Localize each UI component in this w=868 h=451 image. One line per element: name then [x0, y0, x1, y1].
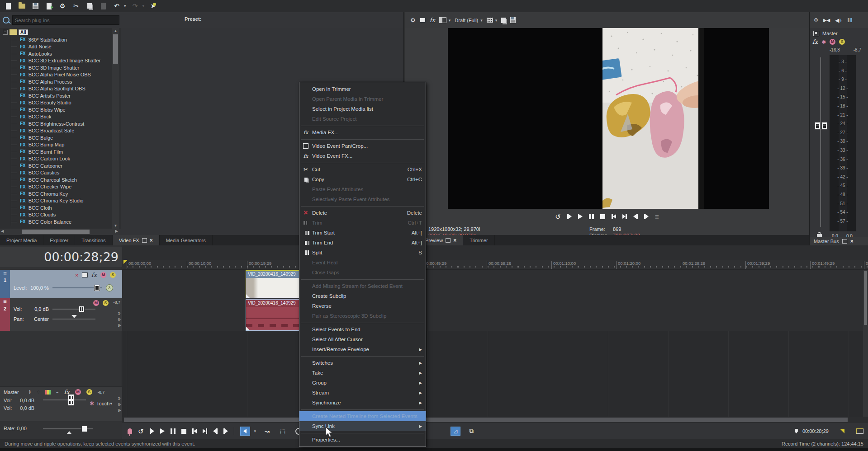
dock-tab[interactable]: Media Generators ×: [160, 235, 213, 245]
plugin-vertical-scrollbar[interactable]: ▲ ▼: [112, 28, 119, 229]
preview-menu-icon[interactable]: ≡: [655, 213, 659, 220]
next-frame-icon[interactable]: [223, 428, 228, 435]
new-document-icon[interactable]: [4, 2, 13, 10]
bus-settings-gear-icon[interactable]: ⚙: [814, 17, 818, 23]
cursor-position-time[interactable]: 00:00:28;29: [802, 428, 829, 434]
context-menu-item[interactable]: Video Event Pan/Crop... ▶: [299, 141, 426, 151]
dock-tab[interactable]: Project Media ×: [0, 235, 43, 245]
context-menu-item[interactable]: [299, 431, 426, 435]
play-from-start-icon[interactable]: [150, 428, 154, 435]
context-menu-item[interactable]: Open in Trimmer ▶: [299, 84, 426, 94]
context-menu-item[interactable]: Take ▶: [299, 368, 426, 378]
video-output-fx-icon[interactable]: fx: [430, 17, 435, 23]
preview-quality-caret[interactable]: ▾: [480, 18, 483, 23]
search-input[interactable]: [12, 15, 119, 25]
context-menu-item[interactable]: [299, 354, 426, 358]
plugin-tree-root[interactable]: − All: [0, 28, 121, 36]
context-menu-item[interactable]: Reverse ▶: [299, 301, 426, 311]
context-menu-item[interactable]: Stream ▶: [299, 388, 426, 398]
context-menu-item[interactable]: Event Heal ▶: [299, 258, 426, 268]
context-menu-item[interactable]: Insert/Remove Envelope ▶: [299, 344, 426, 354]
close-icon[interactable]: ×: [453, 237, 456, 244]
context-menu-item[interactable]: Trim End Alt+] ▶: [299, 238, 426, 248]
context-menu-item[interactable]: Copy Ctrl+C ▶: [299, 174, 426, 184]
track-header-audio-2[interactable]: ≡ 2 M S -8,7 Vol: 0,0 dB Pan: Cen: [0, 298, 122, 331]
save-icon[interactable]: [31, 2, 40, 10]
level-value[interactable]: 100,0 %: [30, 285, 48, 291]
copy-snapshot-icon[interactable]: [501, 18, 506, 23]
automation-caret[interactable]: ▾: [110, 401, 112, 406]
pan-value[interactable]: Center: [29, 316, 49, 322]
master-volume-fader[interactable]: [43, 399, 86, 400]
fade-handle[interactable]: [246, 327, 250, 330]
context-menu-item[interactable]: Selectively Paste Event Attributes ▶: [299, 194, 426, 204]
context-menu-item[interactable]: Open Parent Media in Trimmer ▶: [299, 94, 426, 104]
envelope-edit-tool-button[interactable]: ↝: [262, 427, 272, 436]
track-mute-icon[interactable]: M: [100, 272, 106, 278]
context-menu-item[interactable]: Sync Link ▶: [299, 421, 426, 431]
bus-automation-icon[interactable]: ✱: [821, 39, 826, 45]
master-bus-tab[interactable]: Master Bus ×: [810, 237, 868, 245]
level-slider[interactable]: [52, 287, 102, 288]
plugin-list-item[interactable]: FX BCC Chroma Key Studio: [0, 197, 121, 205]
play-from-start-icon[interactable]: [567, 213, 572, 220]
plugin-root-label[interactable]: All: [19, 29, 28, 35]
plugin-list-item[interactable]: FX BCC Cartooner: [0, 162, 121, 169]
go-to-start-icon[interactable]: [192, 428, 197, 435]
plugin-list-item[interactable]: FX BCC Bump Map: [0, 141, 121, 149]
split-screen-icon[interactable]: [439, 17, 446, 23]
float-window-icon[interactable]: [142, 238, 147, 243]
next-frame-icon[interactable]: [644, 213, 649, 220]
bypass-motion-blur-icon[interactable]: ×: [75, 272, 78, 278]
split-screen-caret[interactable]: ▾: [449, 18, 451, 23]
plugin-horizontal-scrollbar[interactable]: ◀ ▶: [0, 229, 119, 235]
speaker-icon[interactable]: ◀+: [835, 17, 842, 23]
context-menu-item[interactable]: Select All After Cursor ▶: [299, 334, 426, 344]
context-menu-item[interactable]: Select Events to End ▶: [299, 324, 426, 334]
master-track-header[interactable]: Master ⇕ ÷ ⌁ fx M S -8,7 Vol:0,0 dB Vol:…: [0, 386, 122, 421]
stop-icon[interactable]: [600, 213, 605, 220]
context-menu-item[interactable]: Paste Event Attributes ▶: [299, 184, 426, 194]
master-mute-icon[interactable]: M: [75, 389, 81, 395]
plugin-list-item[interactable]: FX BCC Clouds: [0, 211, 121, 219]
dock-tab[interactable]: Explorer ×: [43, 235, 75, 245]
master-solo-icon[interactable]: S: [86, 389, 92, 395]
undo-dropdown-caret[interactable]: ▾: [124, 4, 126, 8]
plugin-list-item[interactable]: FX BCC Beauty Studio: [0, 99, 121, 107]
undo-icon[interactable]: ↶: [112, 2, 121, 10]
plugin-list-item[interactable]: FX BCC Cartoon Look: [0, 155, 121, 163]
context-menu-item[interactable]: [299, 321, 426, 324]
insert-fx-icon[interactable]: ⌁: [56, 390, 59, 395]
context-menu-item[interactable]: Create Subclip ▶: [299, 291, 426, 301]
track-fx-icon[interactable]: fx: [91, 272, 97, 278]
timeline-vertical-scrollbar[interactable]: [863, 270, 868, 417]
loop-region-icon[interactable]: [856, 428, 863, 434]
context-menu-item[interactable]: Delete Delete ▶: [299, 208, 426, 218]
plugin-list-item[interactable]: FX BCC 3D Image Shatter: [0, 64, 121, 71]
audio-track-lane[interactable]: [122, 298, 868, 331]
minimize-tracks-icon[interactable]: ÷: [37, 390, 40, 395]
copy-icon[interactable]: [85, 2, 94, 10]
context-menu-item[interactable]: [299, 137, 426, 141]
context-menu-item[interactable]: Select in Project Media list ▶: [299, 104, 426, 114]
go-to-end-icon[interactable]: [203, 428, 207, 435]
pause-icon[interactable]: [589, 213, 594, 220]
rate-value[interactable]: 0,00: [17, 426, 26, 431]
scroll-up-icon[interactable]: ▲: [112, 28, 119, 34]
dock-tab[interactable]: Video FX ×: [113, 235, 160, 245]
automation-mode-icon[interactable]: ✱: [90, 400, 94, 407]
preview-tab[interactable]: Trimmer ×: [463, 235, 495, 245]
context-menu-item[interactable]: Media FX... ▶: [299, 127, 426, 137]
plugin-list-item[interactable]: FX BCC Checker Wipe: [0, 183, 121, 191]
float-window-icon[interactable]: [446, 238, 451, 243]
context-menu-item[interactable]: Cut Ctrl+X ▶: [299, 164, 426, 174]
context-menu-item[interactable]: Switches ▶: [299, 358, 426, 368]
context-menu-item[interactable]: [299, 277, 426, 281]
track-mute-icon[interactable]: M: [93, 300, 99, 306]
marker-icon[interactable]: [840, 429, 844, 433]
float-window-icon[interactable]: [842, 239, 847, 244]
context-menu-item[interactable]: Trim Ctrl+T ▶: [299, 218, 426, 228]
context-menu-item[interactable]: [299, 408, 426, 411]
cut-scissors-icon[interactable]: ✂: [71, 2, 81, 10]
bus-solo-icon[interactable]: S: [839, 39, 845, 45]
